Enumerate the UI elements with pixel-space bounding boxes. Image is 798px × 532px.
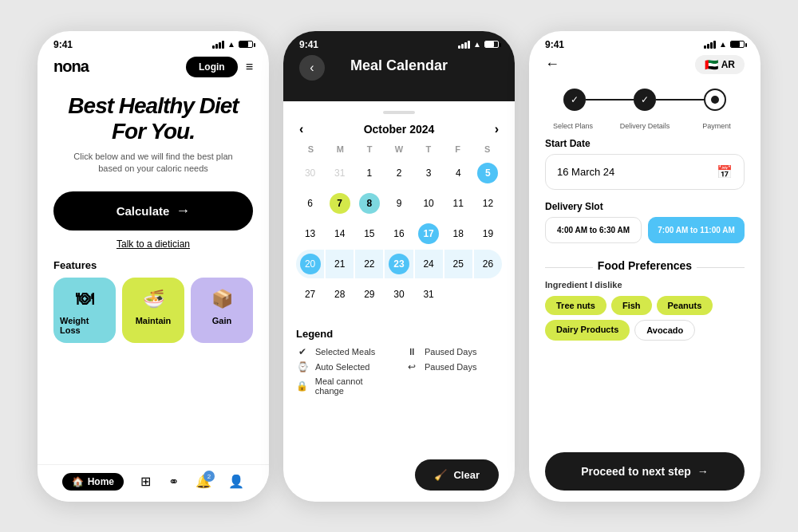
cal-day-25[interactable]: 25 [444,250,472,278]
nav-home[interactable]: 🏠 Home [62,473,124,491]
cal-day-5[interactable]: 5 [474,159,502,187]
steps-progress: ✓ ✓ [529,82,760,122]
battery-icon-2 [484,41,499,48]
signal-icon-3 [704,41,716,49]
food-pref-heading: Food Preferences [529,254,760,280]
logo: nona [53,57,89,76]
cal-day-9[interactable]: 9 [385,189,413,218]
top-nav: nona Login ≡ [38,50,269,85]
step-2-node: ✓ [634,89,656,111]
cal-day-19[interactable]: 19 [474,219,502,248]
tag-fish[interactable]: Fish [611,296,652,315]
cal-day-24[interactable]: 24 [415,250,443,278]
clear-button[interactable]: 🧹 Clear [415,459,499,491]
proceed-button[interactable]: Proceed to next step → [545,452,745,491]
cal-day-28[interactable]: 28 [326,280,354,309]
calendar-legend: Legend ✔ Selected Meals ⌚ Auto Selected … [283,318,515,406]
date-value: 16 March 24 [557,166,614,178]
status-bar-2: 9:41 ▲ [283,31,515,50]
feature-weight-loss-label: Weight Loss [60,316,109,335]
share-icon: ⚭ [168,474,179,489]
features-title: Features [38,250,269,278]
cal-day-31[interactable]: 31 [415,280,443,309]
cal-day-1[interactable]: 1 [355,159,383,187]
ingredient-label: Ingredient I dislike [529,280,760,296]
payment-top-nav: ← 🇦🇪 AR [529,50,760,82]
prev-month-button[interactable]: ‹ [299,122,303,136]
cal-day-12[interactable]: 12 [474,189,502,218]
dark-header: 9:41 ▲ ‹ Meal Calendar [283,31,515,101]
slot-2-button[interactable]: 7:00 AM to 11:00 AM [648,217,745,243]
home-icon: 🏠 [72,476,84,487]
grid-icon: ⊞ [140,474,151,489]
cal-day-11[interactable]: 11 [444,189,472,218]
flag-icon: 🇦🇪 [705,58,718,71]
status-bar-3: 9:41 ▲ [529,31,760,50]
cal-day-14[interactable]: 14 [326,219,354,248]
battery-icon-3 [730,41,745,48]
cal-day-30-sep[interactable]: 30 [296,159,324,187]
status-bar-1: 9:41 ▲ [38,31,269,50]
cal-day-31-sep[interactable]: 31 [326,159,354,187]
hero-subtitle: Click below and we will find the best pl… [53,151,253,175]
cal-day-8[interactable]: 8 [355,189,383,218]
wifi-icon: ▲ [227,40,235,49]
next-month-button[interactable]: › [495,122,499,136]
scroll-handle [383,111,415,114]
step-1-node: ✓ [563,89,586,111]
wifi-icon-3: ▲ [719,40,727,49]
tag-dairy[interactable]: Dairy Products [545,320,630,341]
signal-icon [212,41,224,49]
ar-language-badge[interactable]: 🇦🇪 AR [695,55,745,74]
cal-day-18[interactable]: 18 [444,219,472,248]
cal-day-15[interactable]: 15 [355,219,383,248]
cal-day-3[interactable]: 3 [415,159,443,187]
back-button-3[interactable]: ← [545,56,559,73]
date-field[interactable]: 16 March 24 📅 [545,154,745,190]
calendar-grid: 30 31 1 2 3 4 5 6 7 8 9 10 11 12 13 14 1… [296,159,502,309]
tag-tree-nuts[interactable]: Tree nuts [545,296,606,315]
cal-day-26[interactable]: 26 [474,250,502,278]
cal-day-6[interactable]: 6 [296,189,324,218]
cal-day-23[interactable]: 23 [385,250,413,278]
cal-day-29[interactable]: 29 [355,280,383,309]
legend-title: Legend [296,328,502,340]
month-nav: ‹ October 2024 › [296,122,502,144]
feature-gain-label: Gain [212,316,231,325]
login-button[interactable]: Login [186,57,238,77]
cal-day-21[interactable]: 21 [326,250,354,278]
nav-bell[interactable]: 🔔 2 [196,474,211,489]
cal-day-30[interactable]: 30 [385,280,413,309]
cal-day-7[interactable]: 7 [326,189,354,218]
feature-gain[interactable]: 📦 Gain [191,278,253,343]
cal-day-22[interactable]: 22 [355,250,383,278]
broom-icon: 🧹 [434,469,447,481]
cal-day-27[interactable]: 27 [296,280,324,309]
cal-day-10[interactable]: 10 [415,189,443,218]
calculate-button[interactable]: Calculate → [53,191,253,231]
dietician-link[interactable]: Talk to a dietician [38,238,269,250]
cal-day-4[interactable]: 4 [444,159,472,187]
feature-weight-loss[interactable]: 🍽 Weight Loss [53,278,116,343]
hamburger-icon[interactable]: ≡ [246,60,253,74]
legend-paused2: ↩ Paused Days [405,361,502,372]
cal-day-17[interactable]: 17 [415,219,443,248]
cal-day-2[interactable]: 2 [385,159,413,187]
tag-avocado[interactable]: Avocado [634,320,695,341]
cal-day-20[interactable]: 20 [296,250,324,278]
nav-connections[interactable]: ⚭ [168,474,179,489]
back-button[interactable]: ‹ [299,55,325,81]
cal-day-13[interactable]: 13 [296,219,324,248]
feature-maintain[interactable]: 🍜 Maintain [122,278,184,343]
replay-icon: ↩ [405,361,418,372]
cal-day-16[interactable]: 16 [385,219,413,248]
signal-icon-2 [458,41,470,49]
nav-profile[interactable]: 👤 [228,474,244,489]
steps-labels: Select Plans Delivery Details Payment [529,122,760,138]
hero-section: Best Healthy DietFor You. Click below an… [38,85,269,182]
tag-peanuts[interactable]: Peanuts [657,296,713,315]
ingredient-tags: Tree nuts Fish Peanuts Dairy Products Av… [529,296,760,352]
slot-1-button[interactable]: 4:00 AM to 6:30 AM [545,217,642,243]
nav-grid[interactable]: ⊞ [140,474,151,489]
notification-badge: 2 [203,471,215,482]
